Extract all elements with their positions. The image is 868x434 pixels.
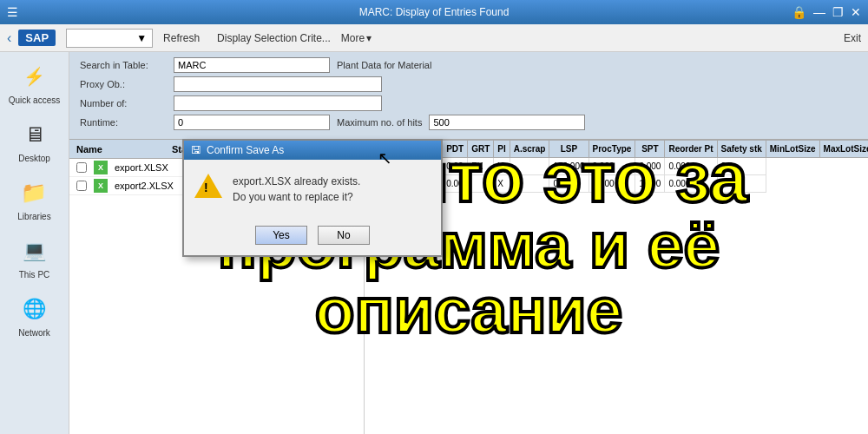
th-spt: SPT [635,141,665,158]
refresh-button[interactable]: Refresh [156,30,207,46]
number-of-label: Number of: [80,98,167,108]
main-content: ⚡ Quick access 🖥 Desktop 📁 Libraries 💻 T… [0,52,868,434]
sidebar-item-label: Desktop [18,154,50,163]
network-icon: 🌐 [19,293,50,325]
title-bar: ☰ MARC: Display of Entries Found 🔒 — ❐ ✕ [0,0,868,24]
sidebar: ⚡ Quick access 🖥 Desktop 📁 Libraries 💻 T… [0,52,69,434]
th-safety: Safety stk [717,141,766,158]
title-bar-controls: 🔒 — ❐ ✕ [792,5,861,19]
cell: 0.000 [589,158,635,175]
cell: 0.0 [717,175,766,193]
cell: 0.000 [589,175,635,193]
search-row-1: Search in Table: Plant Data for Material [80,57,858,73]
yes-button[interactable]: Yes [255,226,307,245]
th-minlot: MinLotSize [766,141,819,158]
more-arrow-icon: ▾ [366,32,372,44]
search-table-label: Search in Table: [80,60,167,70]
cell: 0.000 [635,158,665,175]
close-icon[interactable]: ✕ [851,5,861,19]
cell: 1.000 [635,175,665,193]
th-reorder: Reorder Pt [665,141,717,158]
warning-icon [194,174,222,201]
max-hits-input[interactable] [429,115,585,130]
dialog-box: 🖫 Confirm Save As export.XLSX already ex… [182,139,443,257]
search-row-4: Runtime: Maximum no. of hits [80,115,858,130]
dropdown-selector[interactable]: ▼ [66,29,153,48]
cell: 0.00 [443,158,468,175]
cell: EX [468,158,494,175]
th-pdt: PDT [443,141,468,158]
this-pc-icon: 💻 [19,235,50,266]
th-maxlot: MaxLotSize [819,141,868,158]
file-checkbox[interactable] [76,181,87,191]
cell: 0.000 [549,175,589,193]
menu-bar: ‹ SAP ▼ Refresh Display Selection Crite.… [0,24,868,52]
hamburger-icon[interactable]: ☰ [7,5,18,19]
minimize-icon[interactable]: 🔒 [792,5,806,19]
proxy-ob-input[interactable] [174,76,382,92]
sidebar-item-this-pc[interactable]: 💻 This PC [19,235,50,279]
content-area: Search in Table: Plant Data for Material… [69,52,868,434]
desktop-icon: 🖥 [19,119,50,150]
sidebar-item-label: This PC [19,270,50,279]
cell: 0.000 [665,175,717,193]
cell: 0.00 [443,175,468,193]
back-button[interactable]: ‹ [7,30,11,46]
th-ascrap: A.scrap [510,141,549,158]
dropdown-arrow-icon: ▼ [136,32,147,44]
exit-button[interactable]: Exit [844,32,861,44]
title-bar-left: ☰ [7,5,18,19]
sidebar-item-label: Quick access [9,95,60,105]
max-hits-label: Maximum no. of hits [337,117,422,128]
restore-icon[interactable]: — [813,5,825,19]
more-menu-button[interactable]: More ▾ [341,32,372,44]
sidebar-item-libraries[interactable]: 📁 Libraries [17,177,50,221]
search-row-2: Proxy Ob.: [80,76,858,92]
cell [510,175,549,193]
sidebar-item-desktop[interactable]: 🖥 Desktop [18,119,50,163]
dialog-title-bar: 🖫 Confirm Save As [184,141,441,160]
quick-access-icon: ⚡ [19,61,50,92]
dialog-message: export.XLSX already exists.Do you want t… [233,174,360,205]
no-button[interactable]: No [318,226,370,245]
runtime-input[interactable] [174,115,330,130]
excel-icon: X [94,179,108,193]
excel-icon: X [94,161,108,174]
sidebar-item-label: Network [18,328,50,338]
sap-logo: SAP [18,30,56,46]
more-label: More [341,32,365,44]
sidebar-item-quick-access[interactable]: ⚡ Quick access [9,61,60,105]
window-title: MARC: Display of Entries Found [359,6,510,18]
confirm-dialog: 🖫 Confirm Save As export.XLSX already ex… [182,139,443,257]
dialog-title-icon: 🖫 [191,144,201,156]
search-table-input[interactable] [174,57,330,73]
number-of-input[interactable] [174,95,382,111]
cell: X [494,158,510,175]
cell: 100.000 [549,158,589,175]
th-lsp: LSP [549,141,589,158]
plant-data-label: Plant Data for Material [337,60,431,70]
dialog-buttons: Yes No [184,219,441,255]
cell: 0.0 [717,158,766,175]
cell [468,175,494,193]
sidebar-item-network[interactable]: 🌐 Network [18,293,50,338]
dialog-title-text: Confirm Save As [207,144,284,156]
runtime-label: Runtime: [80,117,167,128]
dialog-body: export.XLSX already exists.Do you want t… [184,160,441,219]
display-selection-button[interactable]: Display Selection Crite... [210,30,338,46]
proxy-ob-label: Proxy Ob.: [80,79,167,89]
maximize-icon[interactable]: ❐ [832,5,844,19]
search-row-3: Number of: [80,95,858,111]
cell: 0.000 [665,158,717,175]
col-name: Name [76,144,102,155]
warning-triangle-icon [194,174,222,198]
cell [510,158,549,175]
cell: X [494,175,510,193]
search-form: Search in Table: Plant Data for Material… [69,52,868,140]
th-grt: GRT [468,141,494,158]
libraries-icon: 📁 [18,177,49,208]
file-checkbox[interactable] [76,162,87,173]
sidebar-item-label: Libraries [17,212,50,221]
th-pl: Pl [494,141,510,158]
th-proctype: ProcType [589,141,635,158]
